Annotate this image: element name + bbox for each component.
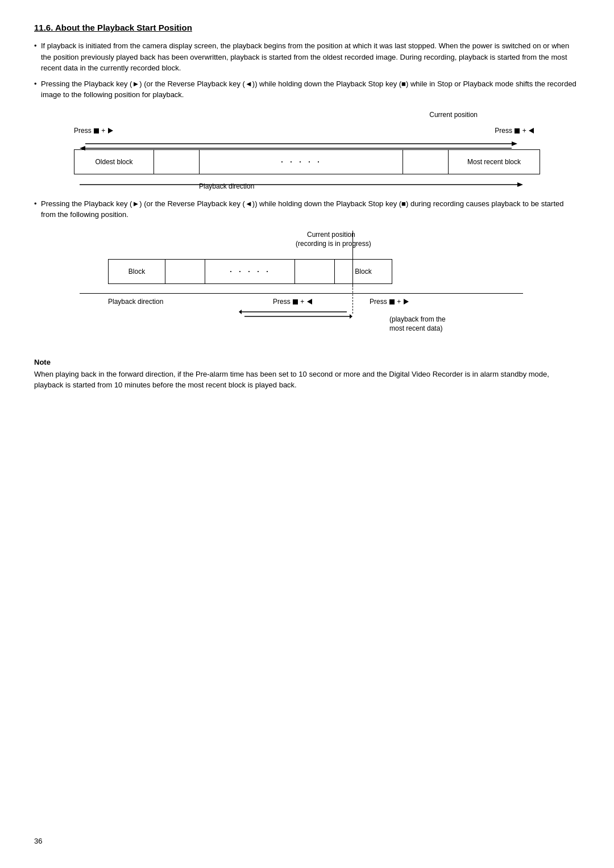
block-2 (154, 150, 200, 174)
diagram1: Current position Press + Press + Oldest … (74, 111, 540, 190)
playback-direction-arrow (80, 180, 523, 189)
block-mid-2 (295, 260, 335, 283)
stop-icon-r (515, 128, 520, 133)
oldest-block: Oldest block (74, 150, 154, 174)
press-right-label: Press + (495, 127, 534, 135)
most-recent-block: Most recent block (449, 150, 540, 174)
svg-marker-1 (512, 141, 517, 146)
stop-icon (94, 128, 99, 133)
block-4 (403, 150, 449, 174)
revplay-icon (529, 128, 534, 133)
svg-marker-5 (517, 182, 523, 187)
baseline-2 (80, 293, 523, 294)
dotted-spacer: · · · · · (200, 150, 403, 174)
blocks-row: Oldest block · · · · · Most recent block (74, 149, 540, 174)
block-mid-1 (165, 260, 205, 283)
diagram2-arrows (239, 309, 352, 317)
section-title: 11.6. About the Playback Start Position (34, 23, 580, 32)
recording-in-progress-label: (recording is in progress) (296, 240, 371, 248)
note-title: Note (34, 358, 580, 366)
svg-marker-7 (239, 310, 242, 314)
press-right2-label: Press + (370, 298, 409, 306)
diagram2: Current position (recording is in progre… (74, 231, 540, 344)
bullet-item-1: If playback is initiated from the camera… (34, 40, 580, 74)
dashed-vertical-line (352, 285, 353, 314)
bullet-item-2: Pressing the Playback key (►) (or the Re… (34, 78, 580, 101)
play-icon-2 (404, 299, 409, 304)
blocks-row-2: Block · · · · · Block (108, 259, 392, 284)
note-section: Note When playing back in the forward di… (34, 358, 580, 391)
press-left2-label: Press + (273, 298, 313, 306)
note-text: When playing back in the forward directi… (34, 369, 580, 391)
current-position-label-2: Current position (307, 231, 355, 239)
playback-direction-label-2: Playback direction (108, 298, 163, 306)
stop-icon-2r (389, 299, 395, 304)
page-number: 36 (34, 837, 42, 845)
bullet-item-3: Pressing the Playback key (►) (or the Re… (34, 198, 580, 220)
stop-icon-2l (293, 299, 298, 304)
block-left: Block (109, 260, 165, 283)
playback-from-label: (playback from the most recent data) (389, 315, 446, 334)
play-icon (108, 128, 113, 133)
playback-direction-label: Playback direction (199, 182, 254, 190)
block-right: Block (335, 260, 392, 283)
press-left-label: Press + (74, 127, 114, 135)
current-position-label: Current position (429, 111, 478, 119)
svg-marker-9 (350, 314, 352, 319)
revplay-icon-2 (307, 299, 312, 304)
dotted-spacer-2: · · · · · (205, 260, 295, 283)
